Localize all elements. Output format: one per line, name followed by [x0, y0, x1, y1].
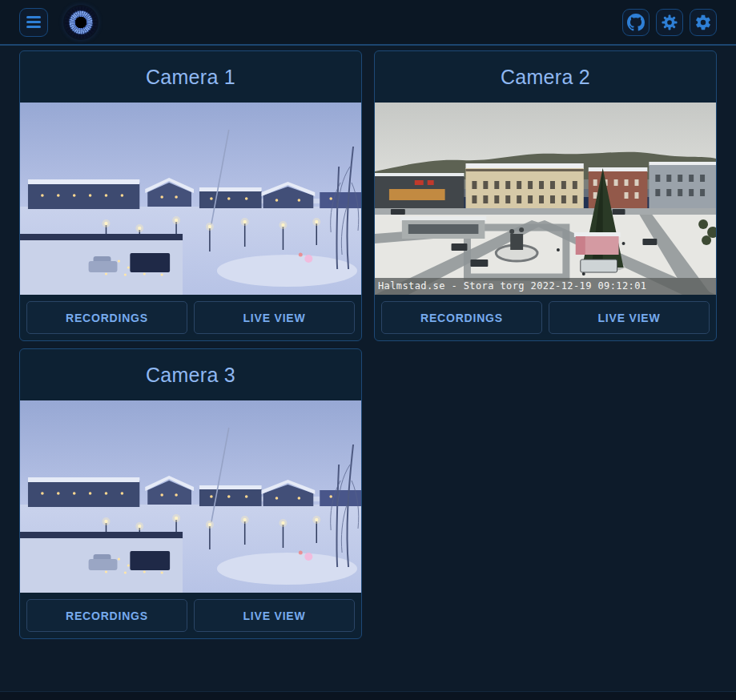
footer-bar	[0, 691, 736, 700]
top-bar	[0, 0, 736, 46]
display-settings-button[interactable]	[656, 9, 683, 36]
github-button[interactable]	[622, 9, 650, 36]
live-view-button[interactable]: LIVE VIEW	[194, 599, 355, 632]
hamburger-icon	[26, 16, 41, 18]
live-view-button[interactable]: LIVE VIEW	[549, 301, 710, 334]
menu-button[interactable]	[19, 8, 48, 37]
eye-logo	[65, 6, 97, 38]
recordings-button[interactable]: RECORDINGS	[26, 599, 187, 632]
gear-icon	[694, 14, 712, 31]
topbar-actions	[622, 9, 717, 36]
camera-actions: RECORDINGS LIVE VIEW	[20, 295, 361, 340]
camera-actions: RECORDINGS LIVE VIEW	[20, 593, 361, 638]
camera-card-3: Camera 3 RECORDINGS LIVE VIEW	[19, 348, 362, 639]
gear-sun-icon	[661, 14, 678, 31]
camera-title: Camera 3	[20, 349, 361, 400]
recordings-button[interactable]: RECORDINGS	[26, 301, 187, 334]
live-view-button[interactable]: LIVE VIEW	[194, 301, 355, 334]
camera-snapshot	[20, 103, 361, 295]
snow-village-scene	[20, 103, 361, 295]
town-square-scene	[375, 103, 716, 295]
camera-title: Camera 1	[20, 51, 361, 103]
camera-actions: RECORDINGS LIVE VIEW	[375, 295, 716, 340]
snow-village-scene	[20, 400, 361, 593]
camera-snapshot: Halmstad.se - Stora torg 2022-12-19 09:1…	[375, 103, 716, 295]
camera-card-2: Camera 2 Halmstad.se - Stora torg 2022-1…	[374, 50, 717, 341]
recordings-button[interactable]: RECORDINGS	[381, 301, 542, 334]
camera-title: Camera 2	[375, 51, 716, 103]
camera-timestamp-overlay: Halmstad.se - Stora torg 2022-12-19 09:1…	[375, 278, 716, 295]
github-icon	[627, 14, 645, 31]
settings-button[interactable]	[690, 9, 717, 36]
camera-card-1: Camera 1 RECORDINGS LIVE VIEW	[19, 50, 362, 341]
camera-snapshot	[20, 400, 361, 593]
camera-grid: Camera 1 RECORDINGS LIVE VIEW Camera 2 H…	[0, 46, 736, 691]
